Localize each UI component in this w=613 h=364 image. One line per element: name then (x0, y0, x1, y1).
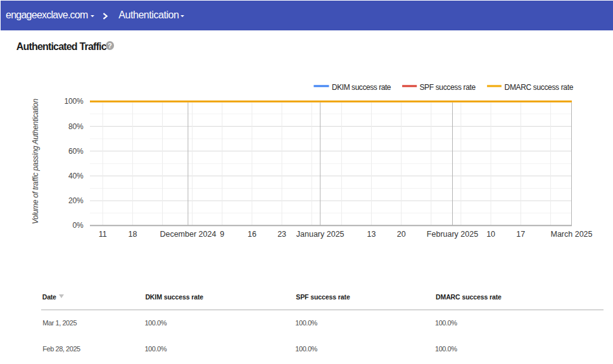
svg-text:Volume of traffic passing Auth: Volume of traffic passing Authentication (31, 99, 40, 225)
svg-text:23: 23 (277, 230, 286, 239)
svg-text:17: 17 (516, 230, 525, 239)
svg-text:20: 20 (397, 230, 406, 239)
svg-text:9: 9 (220, 230, 224, 239)
svg-text:December 2024: December 2024 (160, 230, 216, 239)
svg-text:SPF success rate: SPF success rate (419, 83, 476, 92)
svg-text:20%: 20% (68, 196, 84, 205)
svg-text:10: 10 (486, 230, 495, 239)
svg-text:80%: 80% (68, 122, 84, 131)
svg-text:March 2025: March 2025 (550, 230, 592, 239)
svg-text:DKIM success rate: DKIM success rate (332, 83, 391, 92)
svg-text:60%: 60% (68, 147, 84, 156)
svg-text:13: 13 (367, 230, 376, 239)
svg-text:February 2025: February 2025 (427, 230, 478, 239)
svg-text:January 2025: January 2025 (296, 230, 344, 239)
svg-text:DMARC success rate: DMARC success rate (505, 83, 574, 92)
svg-text:18: 18 (128, 230, 137, 239)
svg-text:40%: 40% (68, 172, 84, 180)
svg-text:11: 11 (99, 230, 107, 239)
svg-text:16: 16 (248, 230, 256, 239)
svg-text:0%: 0% (73, 221, 84, 230)
svg-text:100%: 100% (65, 97, 84, 106)
